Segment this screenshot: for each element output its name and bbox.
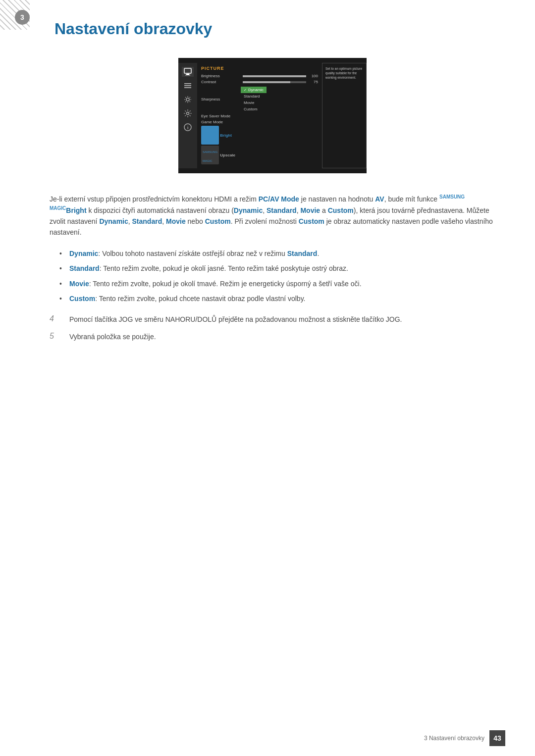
page-footer: 3 Nastavení obrazovky 43: [424, 730, 505, 746]
svg-text:i: i: [187, 125, 189, 130]
pcav-mode-bold: PC/AV Mode: [259, 195, 299, 203]
osd-tooltip: Set to an optimum picture quality suitab…: [322, 63, 367, 168]
osd-gamemode-label: Game Mode: [201, 120, 241, 124]
osd-magic-bright-label: Bright: [220, 133, 232, 138]
osd-contrast-value: 75: [308, 80, 318, 84]
osd-section-title: PICTURE: [201, 66, 318, 71]
osd-magic-bright-row: SAMSUNGMAGIC Bright: [201, 126, 318, 145]
av-bold: AV: [375, 195, 384, 203]
footer-label: 3 Nastavení obrazovky: [424, 735, 484, 742]
monitor-screenshot: i PICTURE Brightness 100 Contrast: [50, 58, 495, 173]
osd-eyesaver-label: Eye Saver Mode: [201, 114, 241, 118]
osd-dropdown-standard: Standard: [241, 93, 267, 100]
movie-bold: Movie: [300, 206, 320, 214]
svg-rect-2: [185, 75, 190, 75]
osd-brightness-fill: [243, 75, 306, 77]
osd-icon-settings: [182, 108, 194, 118]
page-number: 43: [489, 730, 505, 746]
osd-contrast-fill: [243, 81, 290, 83]
osd-magic-upscale-row: SAMSUNGMAGIC Upscale: [201, 146, 318, 164]
osd-samsung-label-1: SAMSUNGMAGIC: [203, 131, 217, 143]
bullet-standard: Standard: Tento režim zvolte, pokud je o…: [69, 263, 495, 274]
step-5-text: Vybraná položka se použije.: [69, 331, 495, 342]
bright-bold: Bright: [66, 206, 86, 214]
osd-magic-upscale-label: Upscale: [220, 153, 235, 157]
osd-contrast-bar: [243, 81, 306, 83]
osd-display: i PICTURE Brightness 100 Contrast: [178, 58, 367, 173]
custom2-bold: Custom: [205, 217, 231, 225]
bullet-standard-term: Standard: [69, 264, 100, 272]
standard-bold: Standard: [267, 206, 297, 214]
osd-sidebar: i: [178, 63, 197, 168]
custom-bold: Custom: [328, 206, 354, 214]
osd-samsung-label-2: SAMSUNGMAGIC: [203, 151, 217, 162]
bullet-dynamic-term: Dynamic: [69, 250, 98, 257]
osd-sharpness-label: Sharpness: [201, 97, 241, 101]
step-4-text: Pomocí tlačítka JOG ve směru NAHORU/DOLŮ…: [69, 314, 495, 325]
osd-dropdown: Dynamic Standard Movie Custom: [241, 87, 267, 112]
osd-brightness-label: Brightness: [201, 74, 241, 78]
bullet-movie: Movie: Tento režim zvolte, pokud je okol…: [69, 278, 495, 289]
page-title: Nastavení obrazovky: [50, 20, 495, 38]
osd-gamemode-row: Game Mode: [201, 120, 318, 124]
body-paragraph-1: Je-li externí vstup připojen prostřednic…: [50, 193, 495, 238]
bullet-dynamic-ref: Standard: [287, 250, 318, 257]
osd-icon-picture: [182, 67, 194, 77]
svg-rect-5: [184, 87, 191, 88]
movie2-bold: Movie: [166, 217, 186, 225]
osd-dropdown-movie: Movie: [241, 100, 267, 106]
step-4-number: 4: [50, 314, 69, 323]
bullet-movie-term: Movie: [69, 280, 89, 288]
step-4: 4 Pomocí tlačítka JOG ve směru NAHORU/DO…: [50, 314, 495, 325]
osd-contrast-row: Contrast 75: [201, 80, 318, 84]
osd-brightness-value: 100: [308, 74, 318, 78]
svg-rect-1: [186, 74, 189, 75]
dynamic-bold: Dynamic: [234, 206, 263, 214]
bullet-custom-term: Custom: [69, 295, 95, 302]
svg-rect-0: [184, 68, 191, 73]
svg-point-7: [187, 112, 189, 115]
svg-rect-3: [184, 83, 191, 84]
bullet-list: Dynamic: Volbou tohoto nastavení získáte…: [69, 248, 495, 304]
osd-main-content: PICTURE Brightness 100 Contrast 75: [197, 63, 322, 168]
osd-contrast-label: Contrast: [201, 80, 241, 84]
osd-icon-info: i: [182, 122, 194, 132]
bullet-custom: Custom: Tento režim zvolte, pokud chcete…: [69, 293, 495, 304]
osd-brightness-row: Brightness 100: [201, 74, 318, 78]
osd-sharpness-row: Sharpness Dynamic Standard Movie Custom: [201, 86, 318, 112]
bullet-dynamic: Dynamic: Volbou tohoto nastavení získáte…: [69, 248, 495, 259]
custom3-bold: Custom: [299, 217, 324, 225]
osd-icon-menu: [182, 81, 194, 91]
step-5-number: 5: [50, 331, 69, 341]
osd-icon-sound: [182, 95, 194, 104]
osd-eyesaver-row: Eye Saver Mode: [201, 114, 318, 118]
osd-brightness-bar: [243, 75, 306, 77]
svg-point-6: [186, 98, 189, 101]
osd-tooltip-text: Set to an optimum picture quality suitab…: [325, 66, 363, 80]
svg-rect-4: [184, 85, 191, 86]
standard2-bold: Standard: [132, 217, 162, 225]
dynamic2-bold: Dynamic: [99, 217, 128, 225]
step-5: 5 Vybraná položka se použije.: [50, 331, 495, 342]
osd-dropdown-dynamic: Dynamic: [241, 87, 267, 93]
osd-dropdown-custom: Custom: [241, 106, 267, 112]
